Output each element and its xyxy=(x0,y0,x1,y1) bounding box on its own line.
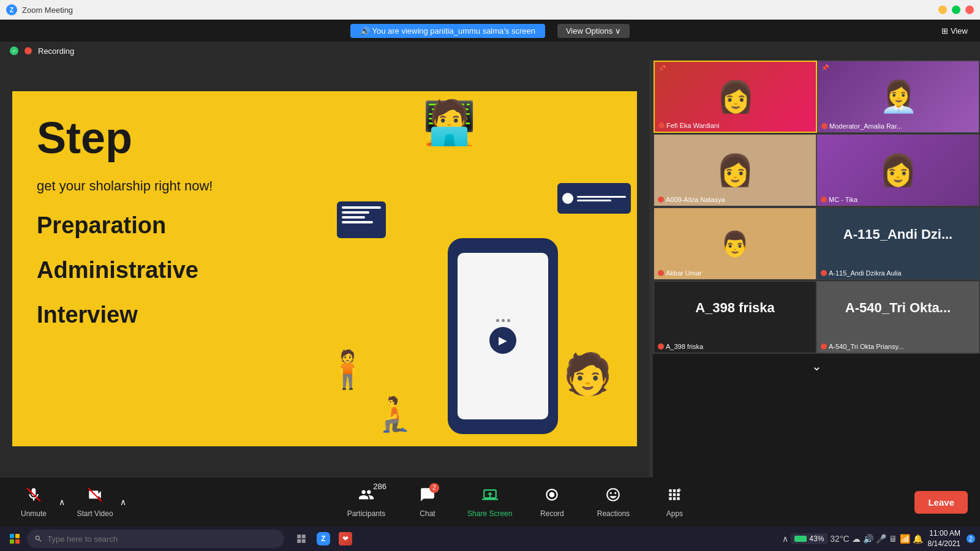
record-button[interactable]: Record xyxy=(530,487,573,518)
network-icon: ☁ xyxy=(852,534,861,544)
participant-aliza-name: A009-Aliza Natasya xyxy=(658,196,812,203)
svg-point-3 xyxy=(549,492,555,497)
slide-step2: Administrative xyxy=(37,257,300,283)
display-icon[interactable]: 🖥 xyxy=(889,534,897,544)
participants-button[interactable]: 286 Participants xyxy=(345,487,388,518)
illustration-phone: ▶ xyxy=(448,238,558,434)
recording-label: Recording xyxy=(38,47,74,56)
participant-fefi-name: Fefi Eka Wardiani xyxy=(658,122,812,129)
recording-dot-icon xyxy=(24,47,32,54)
taskbar-clock: 11:00 AM 8/14/2021 xyxy=(928,528,960,549)
zoom-taskbar-logo: Z xyxy=(317,532,330,545)
chat-button[interactable]: 2 Chat xyxy=(406,487,449,518)
apps-icon: + xyxy=(666,487,682,507)
slide-background: Step get your sholarship right now! Prep… xyxy=(12,91,637,446)
person-bottom-icon: 🧎 xyxy=(374,394,416,434)
mute-icon xyxy=(658,343,664,350)
mute-icon xyxy=(658,270,664,276)
pin-icon-fefi: 📌 xyxy=(658,65,666,72)
unmute-button[interactable]: Unmute xyxy=(12,487,55,518)
share-screen-label: Share Screen xyxy=(467,509,512,518)
participant-akbar: 👨 Akbar Umar xyxy=(654,208,816,280)
windows-start-button[interactable] xyxy=(5,529,24,549)
participant-moderator: 👩‍💼 📌 Moderator_Amalia Rar... xyxy=(817,61,979,133)
record-label: Record xyxy=(540,509,564,518)
zoom-logo-icon: Z xyxy=(6,4,17,15)
task-view-button[interactable] xyxy=(292,529,311,549)
scroll-down-button[interactable]: ⌄ xyxy=(653,354,980,378)
video-arrow[interactable]: ∧ xyxy=(120,497,126,507)
slide-title: Step xyxy=(37,116,300,160)
participant-row-1: 👩 📌 Fefi Eka Wardiani 👩‍💼 📌 Moderator_Am… xyxy=(653,60,980,133)
main-content: Step get your sholarship right now! Prep… xyxy=(0,60,980,478)
participants-sidebar: 👩 📌 Fefi Eka Wardiani 👩‍💼 📌 Moderator_Am… xyxy=(653,60,980,478)
top-banner: 🔊 You are viewing panitia_ummu salma's s… xyxy=(0,20,980,42)
participant-mc-tika-name: MC - Tika xyxy=(821,196,975,203)
participant-andi-name: A-115_Andi Dzikra Aulia xyxy=(821,269,975,277)
mute-icon xyxy=(821,270,827,276)
reactions-icon xyxy=(605,487,621,507)
participant-andi-name-large: A-115_Andi Dzi... xyxy=(817,227,979,242)
participant-fefi: 👩 📌 Fefi Eka Wardiani xyxy=(654,61,817,133)
view-options-button[interactable]: View Options ∨ xyxy=(557,24,630,38)
participant-tri-okta-name-large: A-540_Tri Okta... xyxy=(817,300,979,316)
start-video-label: Start Video xyxy=(77,509,113,518)
video-muted-icon xyxy=(87,487,103,507)
record-icon xyxy=(544,487,560,507)
mute-icon xyxy=(658,197,664,203)
leave-button[interactable]: Leave xyxy=(914,491,968,514)
person-right-icon: 🧑 xyxy=(563,351,612,397)
view-button[interactable]: ⊞ View xyxy=(941,26,968,36)
participant-andi: A-115_Andi Dzi... A-115_Andi Dzikra Auli… xyxy=(816,208,979,280)
minimize-button[interactable] xyxy=(938,6,947,14)
system-tray: ∧ 43% 32°C ☁ 🔊 🎤 🖥 📶 🔔 xyxy=(782,533,922,544)
volume-icon[interactable]: 🔔 xyxy=(913,534,923,544)
share-screen-button[interactable]: Share Screen xyxy=(467,487,512,518)
taskbar-app-icon[interactable]: ❤ xyxy=(336,529,355,549)
microphone-sys-icon[interactable]: 🎤 xyxy=(876,534,886,544)
apps-button[interactable]: + Apps xyxy=(653,487,696,518)
battery-indicator: 43% xyxy=(791,533,827,544)
windows-logo-icon xyxy=(10,534,20,544)
taskbar-right: ∧ 43% 32°C ☁ 🔊 🎤 🖥 📶 🔔 11:00 AM 8/14/202… xyxy=(782,528,975,549)
close-button[interactable] xyxy=(965,6,974,14)
participant-friska-name: A_398 friska xyxy=(658,343,812,350)
participants-label: Participants xyxy=(347,509,386,518)
chat-badge: 2 xyxy=(429,483,439,493)
participants-icon: 286 xyxy=(358,487,374,507)
participant-mc-tika-video: 👩 xyxy=(817,135,979,206)
notification-badge[interactable]: 2 xyxy=(967,534,975,543)
expand-tray-icon[interactable]: ∧ xyxy=(782,534,788,544)
slide-area: Step get your sholarship right now! Prep… xyxy=(0,60,649,478)
pin-icon-moderator: 📌 xyxy=(821,64,829,71)
mute-icon xyxy=(821,197,827,203)
unmute-arrow[interactable]: ∧ xyxy=(59,497,65,507)
mute-icon xyxy=(821,123,827,129)
participant-row-2: 👩 A009-Aliza Natasya 👩 MC - Tika xyxy=(653,133,980,207)
task-view-icon xyxy=(296,533,307,544)
wifi-icon[interactable]: 📶 xyxy=(900,534,910,544)
apps-label: Apps xyxy=(666,509,683,518)
phone-screen: ▶ xyxy=(458,253,548,419)
recording-bar: ✓ Recording xyxy=(0,42,980,60)
svg-text:+: + xyxy=(679,487,682,493)
participant-row-4: A_398 friska A_398 friska A-540_Tri Okta… xyxy=(653,280,980,354)
start-video-button[interactable]: Start Video xyxy=(74,487,116,518)
taskbar-search[interactable] xyxy=(27,530,284,548)
audio-icon[interactable]: 🔊 xyxy=(863,534,873,544)
microphone-muted-icon xyxy=(26,487,42,507)
participant-aliza: 👩 A009-Aliza Natasya xyxy=(654,134,816,206)
taskbar-app-logo: ❤ xyxy=(339,532,352,545)
slide-text-column: Step get your sholarship right now! Prep… xyxy=(12,91,325,446)
slide-subtitle: get your sholarship right now! xyxy=(37,178,300,194)
slide-container: Step get your sholarship right now! Prep… xyxy=(12,91,637,446)
maximize-button[interactable] xyxy=(952,6,960,14)
status-dot-green: ✓ xyxy=(10,47,18,55)
participant-mc-tika: 👩 MC - Tika xyxy=(816,134,979,206)
taskbar-search-input[interactable] xyxy=(47,534,277,544)
reactions-button[interactable]: Reactions xyxy=(592,487,635,518)
zoom-taskbar-icon[interactable]: Z xyxy=(314,529,333,549)
toolbar: Unmute ∧ Start Video ∧ 286 Participan xyxy=(0,478,980,527)
share-screen-icon xyxy=(482,487,498,507)
participant-tri-okta-name: A-540_Tri Okta Priansy... xyxy=(821,343,975,350)
